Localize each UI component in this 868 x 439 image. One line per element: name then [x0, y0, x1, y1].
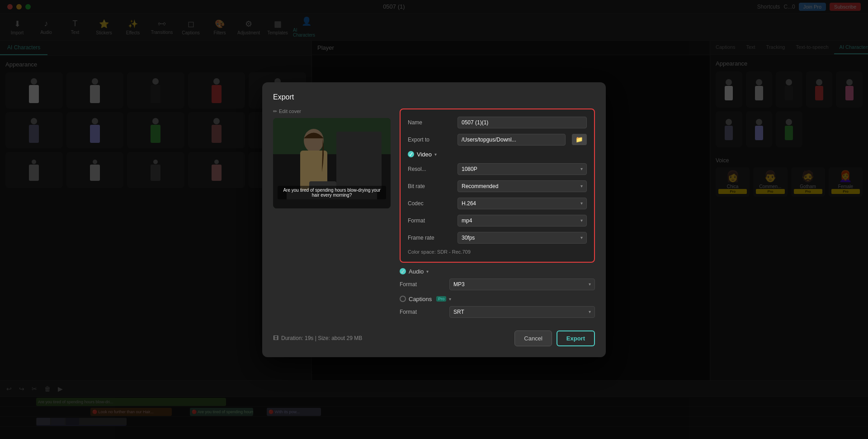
export-path-text: /Users/topgus/Downl...: [462, 137, 516, 143]
folder-browse-button[interactable]: 📁: [572, 134, 587, 145]
name-row: Name: [408, 117, 587, 128]
export-to-label: Export to: [408, 137, 453, 143]
export-dialog-title: Export: [273, 93, 595, 101]
codec-label: Codec: [408, 200, 453, 207]
captions-format-select[interactable]: SRT ▾: [449, 306, 595, 318]
captions-pro-badge: Pro: [436, 296, 446, 302]
video-check-icon: ✓: [408, 151, 414, 157]
export-to-row: Export to /Users/topgus/Downl... 📁: [408, 134, 587, 146]
export-content: ✏ Edit cover: [273, 109, 595, 323]
video-section-label: Video: [417, 151, 432, 158]
captions-format-label: Format: [400, 309, 445, 315]
captions-format-row: Format SRT ▾: [400, 306, 595, 318]
cancel-button[interactable]: Cancel: [514, 330, 552, 346]
format-value: mp4: [462, 217, 472, 224]
preview-subtitle: Are you tired of spending hours blow-dry…: [278, 186, 386, 199]
preview-thumbnail: Are you tired of spending hours blow-dry…: [273, 118, 391, 208]
framerate-select[interactable]: 30fps ▾: [458, 232, 587, 244]
captions-format-chevron-icon: ▾: [589, 309, 591, 314]
captions-chevron-icon: ▾: [449, 297, 451, 302]
resolution-chevron-icon: ▾: [580, 166, 583, 171]
name-label: Name: [408, 119, 453, 126]
export-preview: ✏ Edit cover: [273, 109, 391, 323]
framerate-chevron-icon: ▾: [580, 235, 583, 240]
audio-format-label: Format: [400, 281, 445, 288]
bitrate-chevron-icon: ▾: [580, 184, 583, 189]
bitrate-select[interactable]: Recommended ▾: [458, 180, 587, 192]
format-row: Format mp4 ▾: [408, 215, 587, 227]
resolution-label: Resol...: [408, 166, 453, 172]
captions-check-icon: [400, 296, 406, 302]
framerate-row: Frame rate 30fps ▾: [408, 232, 587, 244]
captions-section-toggle[interactable]: Captions Pro ▾: [400, 296, 595, 302]
edit-cover-button[interactable]: ✏ Edit cover: [273, 109, 391, 114]
name-input[interactable]: [458, 117, 587, 128]
audio-section: ✓ Audio ▾ Format MP3 ▾: [400, 268, 595, 290]
bitrate-value: Recommended: [462, 183, 498, 189]
footer-buttons: Cancel Export: [514, 330, 595, 346]
audio-format-chevron-icon: ▾: [589, 282, 591, 287]
framerate-value: 30fps: [462, 235, 475, 241]
captions-format-value: SRT: [453, 309, 464, 315]
edit-cover-label: Edit cover: [279, 109, 301, 114]
captions-section: Captions Pro ▾ Format SRT ▾: [400, 296, 595, 318]
framerate-label: Frame rate: [408, 235, 453, 241]
modal-overlay: Export ✏ Edit cover: [0, 0, 868, 439]
export-settings-box: Name Export to /Users/topgus/Downl... 📁 …: [400, 109, 595, 263]
video-section-header: ✓ Video ▾: [408, 151, 587, 158]
preview-video: Are you tired of spending hours blow-dry…: [273, 118, 391, 208]
codec-row: Codec H.264 ▾: [408, 198, 587, 209]
export-dialog: Export ✏ Edit cover: [262, 82, 606, 357]
resolution-select[interactable]: 1080P ▾: [458, 163, 587, 175]
video-chevron-icon: ▾: [434, 152, 437, 157]
captions-section-label: Captions: [409, 296, 432, 302]
audio-format-select[interactable]: MP3 ▾: [449, 279, 595, 290]
codec-value: H.264: [462, 200, 476, 207]
audio-section-toggle[interactable]: ✓ Audio ▾: [400, 268, 595, 275]
color-space-text: Color space: SDR - Rec.709: [408, 249, 587, 255]
audio-section-label: Audio: [409, 268, 424, 275]
export-footer: 🎞 Duration: 19s | Size: about 29 MB Canc…: [273, 330, 595, 346]
format-select[interactable]: mp4 ▾: [458, 215, 587, 227]
duration-text: Duration: 19s | Size: about 29 MB: [281, 335, 362, 341]
audio-format-row: Format MP3 ▾: [400, 279, 595, 290]
bitrate-row: Bit rate Recommended ▾: [408, 180, 587, 192]
edit-cover-icon: ✏: [273, 109, 277, 114]
audio-check-icon: ✓: [400, 268, 406, 274]
resolution-row: Resol... 1080P ▾: [408, 163, 587, 175]
bitrate-label: Bit rate: [408, 183, 453, 189]
resolution-value: 1080P: [462, 166, 477, 172]
codec-chevron-icon: ▾: [580, 201, 583, 206]
export-path-display: /Users/topgus/Downl...: [458, 134, 566, 146]
svg-point-3: [304, 129, 324, 152]
svg-rect-2: [336, 132, 382, 190]
export-button[interactable]: Export: [557, 330, 595, 346]
export-settings: Name Export to /Users/topgus/Downl... 📁 …: [400, 109, 595, 323]
film-icon: 🎞: [273, 335, 278, 341]
audio-format-value: MP3: [453, 281, 465, 288]
duration-info: 🎞 Duration: 19s | Size: about 29 MB: [273, 335, 362, 341]
format-chevron-icon: ▾: [580, 218, 583, 223]
audio-chevron-icon: ▾: [426, 269, 429, 274]
codec-select[interactable]: H.264 ▾: [458, 198, 587, 209]
format-label: Format: [408, 217, 453, 224]
